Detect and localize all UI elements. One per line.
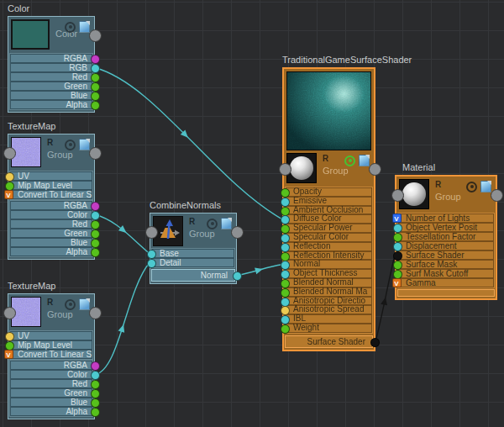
texturemap2-green-port[interactable] <box>91 389 100 398</box>
record-icon[interactable] <box>466 182 477 192</box>
record-icon[interactable] <box>65 140 76 150</box>
color-green-port[interactable] <box>91 82 100 92</box>
port-row-rgba: RGBA <box>10 54 92 63</box>
material-displacement-port[interactable] <box>393 242 402 251</box>
port-row-uv: UV <box>10 171 92 181</box>
wire-traditionalgamesurfaceshader-surface-shader[interactable] <box>375 256 395 342</box>
material-surface-mask-port[interactable] <box>393 261 402 270</box>
tgss-port-section: OpacityEmissiveAmbient OcclusionDiffuse … <box>286 187 372 333</box>
color-rgba-port[interactable] <box>91 55 100 64</box>
material-surface-shader-port[interactable] <box>393 251 402 261</box>
material-group-in-port[interactable] <box>391 189 404 202</box>
combinenormals-port-section: BaseDetail <box>152 249 234 267</box>
tgss-header[interactable]: RGroup <box>284 150 374 186</box>
color-red-port[interactable] <box>91 73 100 82</box>
texturemap1-uv-port[interactable] <box>5 172 14 182</box>
wire-color-rgb[interactable] <box>95 68 282 219</box>
texturemap1-rgba-port[interactable] <box>91 202 100 211</box>
combinenormals-base-port[interactable] <box>147 250 156 259</box>
tgss-reflection-port[interactable] <box>281 243 290 252</box>
tgss-ambient-occlusion-port[interactable] <box>281 207 290 216</box>
color-rgb-port[interactable] <box>91 64 100 73</box>
color-swatch[interactable] <box>11 19 50 50</box>
combinenormals-group-in-port[interactable] <box>145 226 158 239</box>
note-icon[interactable] <box>79 21 90 33</box>
node-texturemap1[interactable]: RGroupUVMip Map LevelConvert To Linear S… <box>8 134 95 260</box>
combinenormals-header[interactable]: RGroup <box>150 214 236 247</box>
texturemap2-convert-to-linear-s-value-badge[interactable]: V <box>4 350 13 359</box>
color-header[interactable]: Color <box>8 17 94 52</box>
tgss-object-thickness-port[interactable] <box>281 270 290 279</box>
wire-combinenormals-normal[interactable] <box>237 265 282 276</box>
node-material[interactable]: RGroupNumber of LightsObject Vertex Posi… <box>395 175 497 300</box>
texturemap2-group-out-port[interactable] <box>89 307 102 319</box>
record-icon[interactable] <box>65 22 76 33</box>
texturemap2-group-in-port[interactable] <box>3 307 16 319</box>
node-combinenormals[interactable]: RGroupBaseDetailNormal <box>150 213 237 284</box>
tgss-normal-port[interactable] <box>281 261 290 270</box>
combinenormals-normal-port[interactable] <box>233 271 242 281</box>
texturemap2-red-port[interactable] <box>91 380 100 389</box>
texturemap1-blue-port[interactable] <box>91 239 100 248</box>
tgss-specular-power-port[interactable] <box>281 224 290 234</box>
port-row-emissive: Emissive <box>286 197 372 206</box>
port-row-rgb: RGB <box>10 63 92 72</box>
tgss-blended-normal-port[interactable] <box>281 279 290 288</box>
material-gamma-value-badge[interactable]: V <box>392 278 402 287</box>
tgss-ibl-port[interactable] <box>281 315 290 324</box>
tgss-specular-color-port[interactable] <box>281 234 290 243</box>
material-header[interactable]: RGroup <box>396 177 496 212</box>
texturemap2-alpha-port[interactable] <box>91 408 100 417</box>
material-object-vertex-posit-port[interactable] <box>393 224 402 233</box>
wire-texturemap-color[interactable] <box>95 215 150 254</box>
port-row-normal: Normal <box>286 260 372 269</box>
texturemap1-header[interactable]: RGroup <box>8 134 94 170</box>
tgss-blended-normal-ma-port[interactable] <box>281 288 290 298</box>
texturemap2-color-port[interactable] <box>91 371 100 380</box>
texturemap1-group-in-port[interactable] <box>3 147 16 160</box>
material-number-of-lights-value-badge[interactable]: V <box>392 214 402 223</box>
node-graph-canvas[interactable]: ColorRGBARGBRedGreenBlueAlphaColorRGroup… <box>0 0 504 427</box>
tgss-diffuse-color-port[interactable] <box>281 215 290 224</box>
material-tessellation-factor-port[interactable] <box>393 233 402 242</box>
node-tgss[interactable]: RGroupOpacityEmissiveAmbient OcclusionDi… <box>282 67 375 351</box>
material-group-out-port[interactable] <box>491 189 503 202</box>
tgss-group-in-port[interactable] <box>279 163 291 176</box>
combinenormals-detail-port[interactable] <box>147 259 156 268</box>
wire-texturemap2-color[interactable] <box>95 263 150 375</box>
texturemap2-blue-port[interactable] <box>91 398 100 408</box>
texturemap1-convert-to-linear-s-value-badge[interactable]: V <box>4 190 13 199</box>
tgss-surface-shader-port[interactable] <box>370 338 380 347</box>
port-row-number-of-lights: Number of Lights <box>398 214 494 223</box>
color-group-out-port[interactable] <box>89 29 102 42</box>
note-icon[interactable] <box>79 298 90 310</box>
texturemap2-header[interactable]: RGroup <box>8 294 94 329</box>
note-icon[interactable] <box>359 155 370 166</box>
note-icon[interactable] <box>221 218 232 229</box>
combinenormals-group-out-port[interactable] <box>231 226 244 239</box>
note-icon[interactable] <box>480 181 491 192</box>
texturemap1-red-port[interactable] <box>91 220 100 229</box>
node-texturemap2[interactable]: RGroupUVMip Map LevelConvert To Linear S… <box>8 293 95 419</box>
record-icon[interactable] <box>65 299 76 310</box>
tgss-emissive-port[interactable] <box>281 198 290 207</box>
node-color[interactable]: ColorRGBARGBRedGreenBlueAlpha <box>8 16 95 113</box>
texturemap2-rgba-port[interactable] <box>91 361 100 371</box>
tgss-weight-port[interactable] <box>281 324 290 334</box>
texturemap1-alpha-port[interactable] <box>91 248 100 257</box>
tgss-anisotropic-directio-port[interactable] <box>281 298 290 307</box>
tgss-reflection-intensity-port[interactable] <box>281 252 290 261</box>
tgss-anisotropic-spread-port[interactable] <box>281 306 290 315</box>
tgss-group-out-port[interactable] <box>369 163 381 176</box>
texturemap1-group-out-port[interactable] <box>89 147 102 160</box>
note-icon[interactable] <box>79 139 90 150</box>
color-blue-port[interactable] <box>91 92 100 101</box>
record-icon[interactable] <box>344 156 355 166</box>
port-row-diffuse-color: Diffuse Color <box>286 214 372 224</box>
texturemap2-uv-port[interactable] <box>5 332 14 341</box>
tgss-opacity-port[interactable] <box>281 188 290 198</box>
texturemap1-color-port[interactable] <box>91 211 100 220</box>
texturemap1-green-port[interactable] <box>91 229 100 239</box>
record-icon[interactable] <box>207 219 218 229</box>
color-alpha-port[interactable] <box>91 101 100 110</box>
